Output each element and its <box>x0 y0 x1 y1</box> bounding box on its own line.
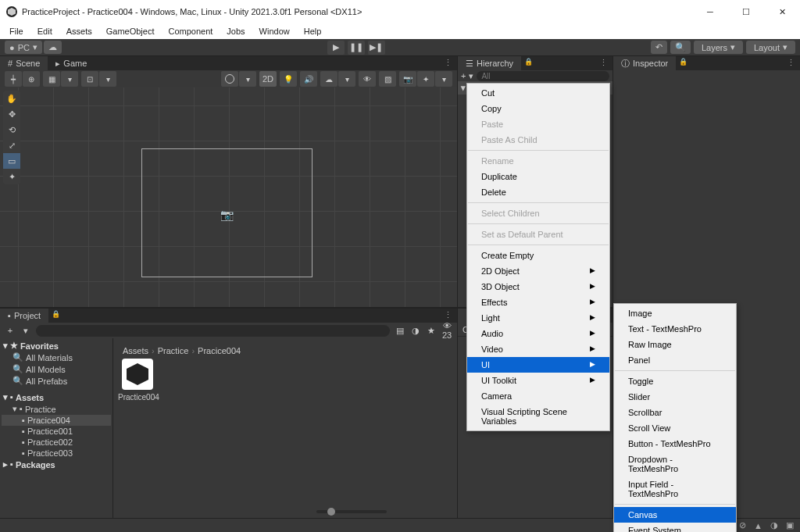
menu-item[interactable]: Audio▶ <box>467 326 609 341</box>
step-button[interactable]: ▶❚ <box>368 41 385 55</box>
rotate-tool[interactable]: ⟲ <box>3 122 20 137</box>
status-icon[interactable]: ⊘ <box>739 520 746 530</box>
menu-item[interactable]: Event System <box>614 523 736 532</box>
audio-toggle[interactable]: 🔊 <box>300 71 317 87</box>
gizmo-button[interactable]: ✦ <box>417 71 434 87</box>
pane-menu-icon[interactable]: ⋮ <box>439 56 457 70</box>
filter-type-icon[interactable]: ▤ <box>395 326 405 336</box>
snap-toggle[interactable]: ▾ <box>61 71 78 87</box>
menu-item[interactable]: Panel <box>614 352 736 368</box>
crumb[interactable]: Pracice004 <box>198 346 241 355</box>
fx-toggle[interactable]: ☁ <box>320 71 338 87</box>
draw-mode-dropdown[interactable]: ▾ <box>239 71 256 87</box>
cloud-button[interactable]: ☁ <box>44 41 62 54</box>
dropdown-icon[interactable]: ▾ <box>469 71 473 81</box>
search-button[interactable]: 🔍 <box>670 41 691 54</box>
crumb[interactable]: Practice <box>158 346 189 355</box>
menu-item[interactable]: Visual Scripting Scene Variables <box>467 404 609 429</box>
maximize-button[interactable]: ☐ <box>728 0 764 23</box>
menu-component[interactable]: Component <box>162 25 219 37</box>
menu-item[interactable]: Input Field - TextMeshPro <box>614 477 736 502</box>
lock-icon[interactable]: 🔒 <box>676 56 691 70</box>
tool-local-button[interactable]: ⊕ <box>23 71 40 87</box>
tool-pivot-button[interactable]: ┿ <box>5 71 22 87</box>
menu-item[interactable]: Scrollbar <box>614 405 736 420</box>
add-asset-button[interactable]: + <box>5 326 16 335</box>
draw-mode-button[interactable] <box>221 71 238 87</box>
hand-tool[interactable]: ✋ <box>3 91 20 106</box>
rect-tool[interactable]: ▭ <box>3 153 20 169</box>
scale-tool[interactable]: ⤢ <box>3 137 20 153</box>
menu-item[interactable]: Camera <box>467 388 609 404</box>
favorites-header[interactable]: ▾ ★ Favorites <box>2 340 111 352</box>
menu-item[interactable]: UI Toolkit▶ <box>467 373 609 388</box>
menu-item[interactable]: Toggle <box>614 373 736 389</box>
minimize-button[interactable]: ─ <box>692 0 728 23</box>
menu-item[interactable]: Dropdown - TextMeshPro <box>614 452 736 477</box>
folder-item[interactable]: ▪ Practice001 <box>2 426 111 437</box>
menu-jobs[interactable]: Jobs <box>220 25 251 37</box>
fav-item[interactable]: 🔍 All Models <box>2 363 111 375</box>
menu-item[interactable]: UI▶ <box>467 357 609 373</box>
pane-menu-icon[interactable]: ⋮ <box>782 56 800 70</box>
layout-dropdown[interactable]: Layout▾ <box>746 41 795 54</box>
menu-item[interactable]: Raw Image <box>614 337 736 352</box>
snap-increment-button[interactable]: ⊡ <box>81 71 98 87</box>
fav-item[interactable]: 🔍 All Prefabs <box>2 375 111 387</box>
scene-view[interactable]: 📷 ✋ ✥ ⟲ ⤢ ▭ ✦ <box>0 87 457 307</box>
menu-item[interactable]: Canvas <box>614 507 736 523</box>
project-grid[interactable]: Assets› Practice› Pracice004 Practice004 <box>113 338 457 518</box>
asset-thumb[interactable]: Practice004 <box>118 359 157 402</box>
packages-header[interactable]: ▸ ▪ Packages <box>2 459 111 470</box>
status-icon[interactable]: ▣ <box>786 520 794 530</box>
menu-item[interactable]: Scroll View <box>614 420 736 436</box>
menu-item[interactable]: Create Empty <box>467 248 609 263</box>
menu-item[interactable]: Delete <box>467 184 609 200</box>
transform-tool[interactable]: ✦ <box>3 169 20 184</box>
status-icon[interactable]: ◑ <box>770 520 778 530</box>
folder-item[interactable]: ▾ ▪ Practice <box>2 403 111 415</box>
menu-item[interactable]: Light▶ <box>467 310 609 326</box>
menu-item[interactable]: Effects▶ <box>467 295 609 310</box>
snap-settings-button[interactable]: ▾ <box>99 71 116 87</box>
hidden-count[interactable]: 👁23 <box>441 321 452 340</box>
fx-dropdown[interactable]: ▾ <box>338 71 355 87</box>
crumb[interactable]: Assets <box>123 346 148 355</box>
gizmo-dropdown[interactable]: ▾ <box>435 71 452 87</box>
lighting-toggle[interactable]: 💡 <box>280 71 297 87</box>
close-button[interactable]: ✕ <box>764 0 800 23</box>
mode-2d-button[interactable]: 2D <box>259 71 277 87</box>
tab-project[interactable]: ▪Project <box>0 309 48 323</box>
menu-item[interactable]: Cut <box>467 85 609 101</box>
menu-item[interactable]: Button - TextMeshPro <box>614 436 736 452</box>
filter-label-icon[interactable]: ◑ <box>410 326 421 336</box>
layers-toggle[interactable]: ▨ <box>379 71 396 87</box>
hierarchy-search-input[interactable] <box>477 71 609 81</box>
undo-history-button[interactable]: ↶ <box>651 41 667 54</box>
thumb-size-slider[interactable] <box>316 510 387 513</box>
move-tool[interactable]: ✥ <box>3 106 20 122</box>
menu-item[interactable]: Text - TextMeshPro <box>614 321 736 337</box>
layers-dropdown[interactable]: Layers▾ <box>694 41 743 54</box>
save-search-icon[interactable]: ★ <box>426 326 437 336</box>
folder-item[interactable]: ▪ Practice002 <box>2 437 111 448</box>
menu-item[interactable]: Slider <box>614 389 736 405</box>
play-button[interactable]: ▶ <box>327 41 345 55</box>
menu-item[interactable]: 2D Object▶ <box>467 263 609 279</box>
menu-item[interactable]: 3D Object▶ <box>467 279 609 295</box>
assets-header[interactable]: ▾ ▪ Assets <box>2 391 111 403</box>
project-search-input[interactable] <box>36 325 390 337</box>
pane-menu-icon[interactable]: ⋮ <box>595 56 612 70</box>
menu-item[interactable]: Copy <box>467 101 609 116</box>
menu-help[interactable]: Help <box>298 25 328 37</box>
dropdown-icon[interactable]: ▾ <box>20 326 31 336</box>
tab-hierarchy[interactable]: ☰Hierarchy <box>458 56 521 70</box>
menu-item[interactable]: Image <box>614 305 736 321</box>
menu-item[interactable]: Duplicate <box>467 169 609 184</box>
grid-toggle[interactable]: ▦ <box>43 71 60 87</box>
menu-item[interactable]: Video▶ <box>467 341 609 357</box>
menu-edit[interactable]: Edit <box>31 25 59 37</box>
folder-item[interactable]: ▪ Practice003 <box>2 448 111 459</box>
pause-button[interactable]: ❚❚ <box>348 41 365 55</box>
menu-window[interactable]: Window <box>253 25 296 37</box>
